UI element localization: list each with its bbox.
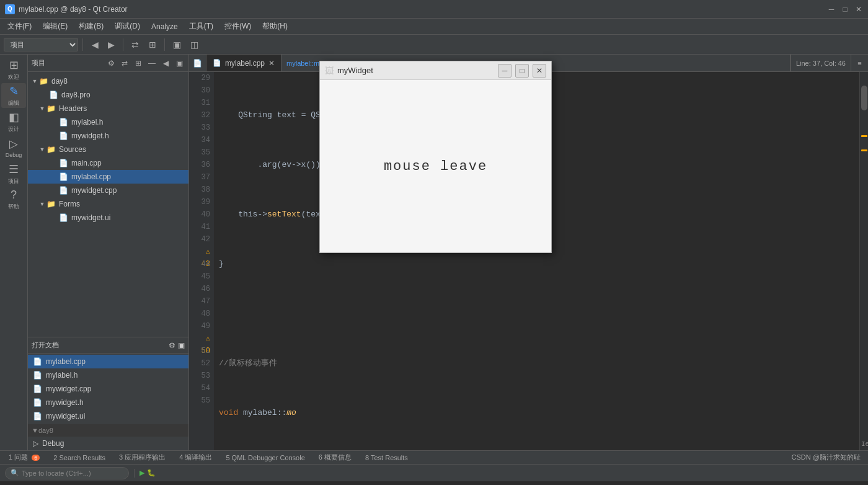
tree-day8-pro[interactable]: 📄 day8.pro xyxy=(28,88,188,102)
tree-main-cpp[interactable]: 📄 main.cpp xyxy=(28,156,188,170)
menu-item-w[interactable]: 控件(W) xyxy=(219,20,256,33)
tree-mywidget-cpp[interactable]: 📄 mywidget.cpp xyxy=(28,184,188,197)
tab-compile[interactable]: 4 编译输出 xyxy=(173,452,218,463)
link-button[interactable]: ⊞ xyxy=(145,37,160,52)
od-mywidget-cpp-label: mywidget.cpp xyxy=(46,385,91,393)
open-docs-header: 打开文档 ⚙ ▣ xyxy=(28,337,188,354)
menu-bar: 文件(F)编辑(E)构建(B)调试(D)Analyze工具(T)控件(W)帮助(… xyxy=(0,19,868,35)
nav-fwd-button[interactable]: ▶ xyxy=(104,37,118,52)
tree-mylabel-h[interactable]: 📄 mylabel.h xyxy=(28,115,188,129)
debug-icon[interactable]: 🐛 xyxy=(147,469,156,477)
tree-day8[interactable]: ▼ 📁 day8 xyxy=(28,74,188,88)
file-nav-icon[interactable]: 📄 xyxy=(189,55,206,71)
open-docs-list: 📄 mylabel.cpp 📄 mylabel.h 📄 mywidget.cpp… xyxy=(28,354,188,424)
sidebar-icon-welcome[interactable]: ⊞欢迎 xyxy=(1,57,26,82)
menu-item-d[interactable]: 调试(D) xyxy=(110,20,145,33)
widget-title-bar[interactable]: 🖼 myWidget ─ □ ✕ xyxy=(320,61,551,80)
od-debug[interactable]: ▷ Debug xyxy=(28,437,188,450)
sidebar-icon-projects[interactable]: ☰项目 xyxy=(1,161,26,186)
tab-test[interactable]: 8 Test Results xyxy=(359,453,414,463)
sync-tree-btn[interactable]: ⇄ xyxy=(119,58,130,69)
code-line-32: } xyxy=(219,258,854,270)
widget-minimize-btn[interactable]: ─ xyxy=(498,64,512,78)
tab-qml-debug[interactable]: 5 QML Debugger Console xyxy=(219,453,311,463)
design-icon: ◧ xyxy=(9,110,19,124)
status-sep1 xyxy=(134,469,135,478)
od-icon1: 📄 xyxy=(33,357,42,366)
od-mywidget-cpp[interactable]: 📄 mywidget.cpp xyxy=(28,382,188,396)
project-section: 项目 xyxy=(4,38,78,51)
sidebar-label-design: 设计 xyxy=(8,125,19,133)
scrollbar[interactable]: Ie xyxy=(859,72,868,450)
widget-content: mouse leave xyxy=(384,159,487,174)
tab-search[interactable]: 2 Search Results xyxy=(47,453,112,463)
tree-mywidget-ui[interactable]: 📄 mywidget.ui xyxy=(28,211,188,225)
file-tree-panel-header: 项目 ⚙ ⇄ ⊞ — ◀ ▣ xyxy=(28,55,188,72)
od-mylabel-h[interactable]: 📄 mylabel.h xyxy=(28,368,188,382)
panel-close-btn[interactable]: ◀ xyxy=(160,58,171,69)
nav-back-button[interactable]: ◀ xyxy=(87,37,102,52)
debug-icon: ▷ xyxy=(9,137,18,151)
help-icon: ? xyxy=(11,189,17,202)
sync-button[interactable]: ⇄ xyxy=(128,37,143,52)
close-button[interactable]: ✕ xyxy=(854,5,863,14)
sidebar-icon-edit[interactable]: ✎编辑 xyxy=(1,83,26,108)
menu-item-analyze[interactable]: Analyze xyxy=(146,21,183,32)
float-btn[interactable]: ▣ xyxy=(174,58,185,69)
od-btn1[interactable]: ⚙ xyxy=(169,341,175,350)
menu-item-b[interactable]: 构建(B) xyxy=(74,20,108,33)
tree-sources[interactable]: ▼ 📁 Sources xyxy=(28,143,188,156)
od-mylabel-cpp-label: mylabel.cpp xyxy=(46,357,86,366)
scroll-thumb[interactable] xyxy=(861,86,867,110)
menu-item-t[interactable]: 工具(T) xyxy=(184,20,218,33)
minimize-button[interactable]: ─ xyxy=(827,5,836,14)
sidebar-icon-debug[interactable]: ▷Debug xyxy=(1,135,26,160)
tab-summary[interactable]: 6 概要信息 xyxy=(312,452,358,463)
window-controls: ─ □ ✕ xyxy=(827,5,863,14)
tree-headers[interactable]: ▼ 📁 Headers xyxy=(28,102,188,115)
tab-close-icon[interactable]: ✕ xyxy=(268,59,275,68)
menu-item-e[interactable]: 编辑(E) xyxy=(38,20,73,33)
widget-close-btn[interactable]: ✕ xyxy=(533,64,546,78)
od-mywidget-ui-label: mywidget.ui xyxy=(46,412,85,420)
od-mywidget-ui[interactable]: 📄 mywidget.ui xyxy=(28,409,188,423)
status-bar: 🔍 Type to locate (Ctrl+...) ▶ 🐛 xyxy=(0,464,868,481)
search-box[interactable]: 🔍 Type to locate (Ctrl+...) xyxy=(5,467,129,479)
problems-badge: 6 xyxy=(32,455,40,461)
maximize-button[interactable]: □ xyxy=(841,5,849,14)
scroll-indicator: Ie xyxy=(860,439,868,449)
tree-forms[interactable]: ▼ 📁 Forms xyxy=(28,197,188,211)
tab-app-output[interactable]: 3 应用程序输出 xyxy=(113,452,172,463)
layout-btn2[interactable]: ◫ xyxy=(187,37,202,52)
menu-item-h[interactable]: 帮助(H) xyxy=(257,20,293,33)
widget-title-label: myWidget xyxy=(337,66,494,75)
sidebar-label-edit: 编辑 xyxy=(8,99,19,107)
tree-day8-label: day8 xyxy=(51,77,68,86)
tree-mywidget-h[interactable]: 📄 mywidget.h xyxy=(28,129,188,143)
line-col-indicator: Line: 37, Col: 46 xyxy=(790,55,851,71)
tab-problems[interactable]: 1 问题 6 xyxy=(2,452,46,463)
od-icon2: 📄 xyxy=(33,371,42,380)
od-icon4: 📄 xyxy=(33,398,42,407)
window-title: mylabel.cpp @ day8 - Qt Creator xyxy=(19,5,128,14)
sidebar-icon-help[interactable]: ?帮助 xyxy=(1,187,26,212)
project-combo[interactable]: 项目 xyxy=(4,38,78,51)
editor-area: 📄 📄 mylabel.cpp ✕ mylabel::mouseMoveEven… xyxy=(189,55,868,450)
sidebar-icon-design[interactable]: ◧设计 xyxy=(1,109,26,134)
layout-btn1[interactable]: ▣ xyxy=(169,37,184,52)
tree-mylabel-cpp[interactable]: 📄 mylabel.cpp xyxy=(28,170,188,184)
menu-item-f[interactable]: 文件(F) xyxy=(2,20,37,33)
run-icon[interactable]: ▶ xyxy=(140,469,144,477)
bottom-right: CSDN @脑汁求知的耻 xyxy=(792,453,866,462)
tab-mylabel-cpp[interactable]: 📄 mylabel.cpp ✕ xyxy=(206,55,281,71)
od-mywidget-h[interactable]: 📄 mywidget.h xyxy=(28,396,188,409)
od-btn2[interactable]: ▣ xyxy=(178,341,185,350)
widget-maximize-btn[interactable]: □ xyxy=(515,64,529,78)
filter-btn[interactable]: ⚙ xyxy=(105,58,117,69)
panel-title: 项目 xyxy=(32,58,103,68)
editor-settings-btn[interactable]: ≡ xyxy=(851,55,868,71)
collapse-btn[interactable]: — xyxy=(146,58,157,69)
od-mylabel-cpp[interactable]: 📄 mylabel.cpp xyxy=(28,355,188,368)
warning-marker-1 xyxy=(861,135,867,137)
expand-btn[interactable]: ⊞ xyxy=(133,58,144,69)
